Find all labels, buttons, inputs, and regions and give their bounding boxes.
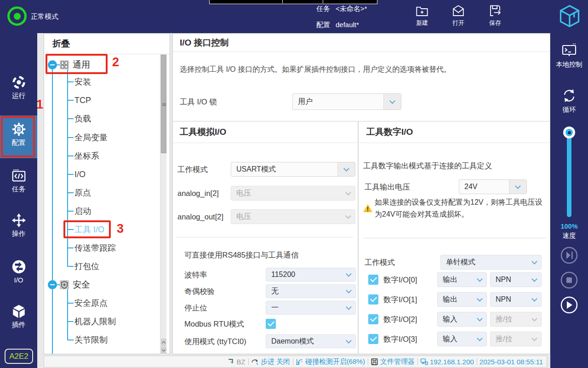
- tree-collapse-toggle-general[interactable]: [48, 60, 57, 69]
- tree-item-home[interactable]: 原点: [67, 187, 91, 199]
- tree-item-install[interactable]: 安装: [67, 76, 91, 88]
- brand-logo-icon: [557, 4, 582, 29]
- tree-item-robot-limits[interactable]: 机器人限制: [67, 316, 116, 328]
- divider: [293, 358, 293, 365]
- section-title: 工具模拟I/O: [173, 121, 358, 143]
- work-mode-select[interactable]: USART模式: [231, 162, 355, 177]
- task-value[interactable]: <未命名>*: [336, 5, 367, 13]
- modbus-rtu-checkbox[interactable]: [266, 319, 276, 329]
- parity-select[interactable]: 无: [266, 284, 356, 298]
- digital-io-3-checkbox[interactable]: [368, 334, 378, 344]
- save-icon: [488, 4, 502, 18]
- tree-item-global-vars[interactable]: 全局变量: [67, 132, 108, 144]
- config-value[interactable]: default*: [336, 21, 359, 29]
- tree-item-payload[interactable]: 负载: [67, 113, 91, 125]
- new-folder-icon: [415, 4, 429, 18]
- stop-bit-select[interactable]: 一: [266, 301, 356, 315]
- cycle-button[interactable]: 循环: [550, 87, 588, 114]
- tool-digital-io-section: 工具数字I/O 工具数字输出模式基于连接的工具定义 工具输出电压 24V 如果连…: [360, 121, 551, 354]
- tree-connector: [52, 289, 53, 354]
- digital-io-3-direction-select[interactable]: 输入: [437, 332, 487, 346]
- step-forward-button[interactable]: [560, 246, 578, 264]
- cycle-icon: [561, 87, 577, 104]
- sidebar-item-task[interactable]: 任务: [0, 168, 37, 194]
- tree-item-coordinates[interactable]: 坐标系: [67, 150, 99, 162]
- bz-status: BZ: [227, 358, 245, 366]
- digital-io-0-direction-select[interactable]: 输出: [437, 272, 487, 287]
- step-mode-status[interactable]: 步进 关闭: [251, 357, 290, 366]
- tool-io-lock-label: 工具 I/O 锁: [180, 93, 217, 110]
- tree-collapse-toggle-safety[interactable]: [48, 280, 57, 289]
- sidebar-item-config[interactable]: 配置: [0, 115, 37, 158]
- tool-io-lock-select[interactable]: 用户: [292, 93, 401, 110]
- tree-item-io[interactable]: I/O: [67, 168, 86, 180]
- tree-item-conveyor-tracking[interactable]: 传送带跟踪: [67, 242, 116, 254]
- sidebar-item-operate[interactable]: 操作: [0, 213, 37, 238]
- digital-io-2-checkbox[interactable]: [368, 314, 378, 324]
- speed-slider-handle[interactable]: [563, 126, 575, 138]
- tree-item-safety-home[interactable]: 安全原点: [67, 297, 108, 309]
- sidebar-item-run[interactable]: 运行: [0, 75, 37, 100]
- work-mode-label: 工作模式: [177, 162, 208, 177]
- chevron-down-icon: [342, 301, 355, 314]
- tree-item-startup[interactable]: 启动: [67, 205, 91, 217]
- local-control-button[interactable]: 本地控制: [550, 42, 588, 69]
- left-nav: 运行 配置 任务 操作: [0, 33, 37, 368]
- digital-io-2-direction-select[interactable]: 输入: [437, 312, 487, 327]
- speed-label: 速度: [550, 231, 588, 240]
- digital-io-1-direction-select[interactable]: 输出: [437, 292, 487, 307]
- sidebar-item-io[interactable]: I/O: [0, 259, 37, 284]
- divider: [248, 358, 249, 365]
- tree-item-pallet[interactable]: 打包位: [67, 260, 99, 272]
- robot-id-badge[interactable]: A2E2: [5, 349, 33, 364]
- chevron-down-icon: [342, 335, 355, 348]
- chevron-down-icon: [337, 162, 355, 176]
- config-tree-panel: 折叠 通用 2 安装 TCP 负载 全局变量 坐标系 I/O 原点 启动 工具 …: [44, 33, 170, 354]
- file-manager-link[interactable]: 文件管理器: [371, 357, 415, 366]
- top-notch: [209, 0, 377, 4]
- scroll-down-button[interactable]: [161, 346, 166, 354]
- chevron-down-icon: [473, 332, 486, 346]
- chevron-down-icon: [383, 94, 401, 109]
- digital-io-2-label: 数字I/O[2]: [383, 312, 417, 327]
- play-button[interactable]: [560, 296, 578, 314]
- digital-work-mode-select[interactable]: 单针模式: [440, 255, 542, 270]
- corner-arrow-icon: [227, 358, 235, 366]
- collapse-header[interactable]: 折叠: [44, 34, 170, 54]
- stop-button[interactable]: [560, 271, 578, 289]
- baud-rate-select[interactable]: 115200: [266, 268, 356, 282]
- tree-item-joint-limits[interactable]: 关节限制: [67, 334, 108, 346]
- tree-scrollbar[interactable]: [160, 54, 166, 355]
- speed-slider-track[interactable]: [567, 136, 571, 217]
- chevron-down-icon: [509, 180, 526, 194]
- open-icon: [451, 4, 465, 18]
- tree-item-tcp[interactable]: TCP: [67, 94, 91, 106]
- digital-io-1-checkbox[interactable]: [368, 294, 378, 305]
- tree-item-safety[interactable]: 安全: [73, 279, 90, 291]
- status-bar: BZ 步进 关闭 碰撞检测开启(68%) 文件管理器: [44, 356, 547, 368]
- tool-voltage-select[interactable]: 24V: [459, 179, 527, 194]
- tree-item-tool-io[interactable]: 工具 I/O: [67, 224, 104, 236]
- digital-io-1-type-select[interactable]: NPN: [490, 292, 542, 307]
- right-control-bar: 本地控制 循环 100% 速度: [550, 33, 588, 368]
- save-button[interactable]: 保存: [481, 4, 509, 27]
- digital-io-0-type-select[interactable]: NPN: [490, 272, 542, 287]
- tree-scrollbar-thumb[interactable]: [161, 55, 166, 153]
- divider: [368, 358, 368, 365]
- digital-io-1-label: 数字I/O[1]: [383, 292, 417, 307]
- usage-mode-select[interactable]: Daemon模式: [266, 334, 356, 348]
- annotation-number-2: 2: [112, 55, 119, 69]
- tree-item-general[interactable]: 通用: [73, 59, 90, 71]
- collision-detection-status[interactable]: 碰撞检测开启(68%): [296, 357, 365, 366]
- digital-note: 工具数字输出模式基于连接的工具定义: [363, 161, 492, 171]
- digital-io-0-checkbox[interactable]: [368, 275, 378, 285]
- analog-in-select: 电压: [231, 186, 355, 201]
- digital-io-0-label: 数字I/O[0]: [383, 272, 417, 287]
- new-button[interactable]: 新建: [408, 4, 436, 27]
- open-button[interactable]: 打开: [445, 4, 472, 27]
- sidebar-item-plugin[interactable]: 插件: [0, 304, 37, 329]
- top-bar: 正常模式 任务 <未命名>* 配置 default* 新建 打开 保存: [0, 0, 588, 33]
- scroll-up-button[interactable]: [161, 339, 166, 346]
- chevron-down-icon: [341, 210, 355, 224]
- io-arrows-icon: [11, 259, 27, 275]
